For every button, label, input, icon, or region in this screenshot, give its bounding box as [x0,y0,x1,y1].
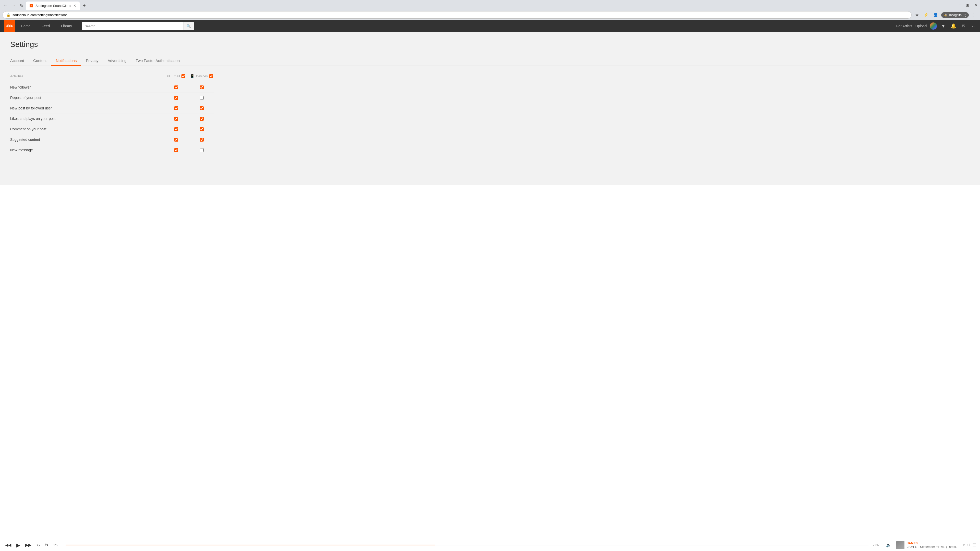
play-btn[interactable]: ▶ [15,541,21,546]
svg-rect-9 [11,25,11,27]
search-input[interactable] [82,22,183,30]
user-avatar[interactable] [930,22,937,30]
notification-row: New post by followed user [10,103,215,114]
lock-icon: 🔒 [6,13,11,17]
queue-btn[interactable]: ☰ [972,543,976,546]
shuffle-btn[interactable]: ⇆ [35,541,41,546]
back-btn[interactable]: ← [2,2,9,9]
devices-checkbox-0[interactable] [200,86,204,89]
for-artists-link[interactable]: For Artists [896,24,912,28]
volume-btn[interactable]: 🔈 [885,541,892,546]
bookmark-btn[interactable]: ★ [914,11,920,18]
email-checkbox-4[interactable] [174,127,178,131]
new-tab-btn[interactable]: + [81,2,88,10]
nav-library[interactable]: Library [56,20,78,32]
devices-checkbox-2[interactable] [200,106,204,110]
svg-rect-2 [6,25,6,27]
svg-rect-10 [11,25,12,27]
browser-toolbar: 🔒 ★ ⚡ 👤 🕵 Incognito (2) ⋮ [0,10,980,20]
minimize-btn[interactable]: − [956,2,963,8]
incognito-icon: 🕵 [944,13,948,17]
forward-btn[interactable]: → [10,2,18,9]
tab-notifications[interactable]: Notifications [51,56,81,66]
refresh-btn[interactable]: ↻ [18,2,25,9]
player-progress[interactable] [65,545,869,545]
email-checkbox-0[interactable] [174,86,178,89]
svg-rect-3 [7,25,7,27]
devices-checkbox-cell-3[interactable] [189,117,215,121]
email-checkbox-cell-6[interactable] [163,148,189,152]
email-checkbox-cell-4[interactable] [163,127,189,131]
next-btn[interactable]: ▶▶ [24,541,32,546]
email-checkbox-cell-0[interactable] [163,86,189,89]
devices-checkbox-3[interactable] [200,117,204,121]
maximize-btn[interactable]: ▣ [963,2,972,8]
email-checkbox-cell-5[interactable] [163,138,189,141]
tab-title: Settings on SoundCloud [35,4,71,8]
profile-btn[interactable]: 👤 [932,11,940,18]
devices-checkbox-6[interactable] [200,148,204,152]
email-checkbox-1[interactable] [174,96,178,100]
search-button[interactable]: 🔍 [183,22,194,30]
devices-checkbox-5[interactable] [200,138,204,141]
repost-btn[interactable]: ↺ [967,543,970,546]
progress-fill [65,545,435,545]
email-checkbox-cell-1[interactable] [163,96,189,100]
svg-rect-8 [10,24,11,27]
tab-favicon: S [29,3,33,8]
main-content: Settings Account Content Notifications P… [0,32,980,185]
like-btn[interactable]: ♥ [963,543,965,546]
messages-btn[interactable]: ✉ [960,22,966,30]
more-options-btn[interactable]: ⋯ [969,22,976,30]
devices-all-checkbox[interactable] [209,74,213,78]
devices-checkbox-cell-1[interactable] [189,96,215,100]
close-window-btn[interactable]: ✕ [972,2,980,8]
sc-logo[interactable] [4,20,15,32]
avatar-dropdown-btn[interactable]: ▼ [940,22,947,30]
email-checkbox-cell-3[interactable] [163,117,189,121]
tab-privacy[interactable]: Privacy [81,56,103,66]
email-checkbox-5[interactable] [174,138,178,141]
devices-col-header: 📱 Devices [189,74,215,78]
email-checkbox-2[interactable] [174,106,178,110]
browser-chrome: ← → ↻ S Settings on SoundCloud ✕ + − ▣ ✕… [0,0,980,20]
tab-two-factor[interactable]: Two Factor Authentication [131,56,185,66]
sc-header: Home Feed Library 🔍 For Artists Upload ▼… [0,20,980,32]
tab-content[interactable]: Content [29,56,51,66]
prev-btn[interactable]: ◀◀ [4,541,12,546]
email-checkbox-6[interactable] [174,148,178,152]
url-input[interactable] [13,13,908,17]
progress-bar[interactable] [65,545,869,545]
address-bar[interactable]: 🔒 [3,11,912,19]
total-time: 2:36 [873,543,881,546]
close-tab-btn[interactable]: ✕ [73,3,76,8]
email-checkbox-3[interactable] [174,117,178,121]
player-thumbnail [896,541,904,546]
nav-feed[interactable]: Feed [36,20,56,32]
devices-checkbox-cell-5[interactable] [189,138,215,141]
notification-label: New follower [10,85,163,89]
devices-checkbox-1[interactable] [200,96,204,100]
nav-home[interactable]: Home [15,20,36,32]
email-all-checkbox[interactable] [181,74,185,78]
devices-checkbox-cell-0[interactable] [189,86,215,89]
devices-checkbox-cell-6[interactable] [189,148,215,152]
devices-checkbox-4[interactable] [200,127,204,131]
upload-link[interactable]: Upload [915,24,927,28]
notifications-section: Activities ✉ Email 📱 Devices [10,74,215,155]
email-col-label: Email [172,74,180,78]
notifications-btn[interactable]: 🔔 [950,22,957,30]
active-tab[interactable]: S Settings on SoundCloud ✕ [26,2,80,10]
toolbar-actions: ★ ⚡ 👤 🕵 Incognito (2) ⋮ [914,11,977,18]
incognito-label: Incognito (2) [949,13,966,17]
devices-checkbox-cell-2[interactable] [189,106,215,110]
email-checkbox-cell-2[interactable] [163,106,189,110]
tab-advertising[interactable]: Advertising [103,56,131,66]
devices-checkbox-cell-4[interactable] [189,127,215,131]
tab-account[interactable]: Account [10,56,29,66]
settings-tabs: Account Content Notifications Privacy Ad… [10,56,970,66]
repeat-btn[interactable]: ↻ [44,541,49,546]
extensions-btn[interactable]: ⚡ [922,11,930,18]
incognito-badge[interactable]: 🕵 Incognito (2) [941,12,969,18]
menu-btn[interactable]: ⋮ [970,11,977,18]
